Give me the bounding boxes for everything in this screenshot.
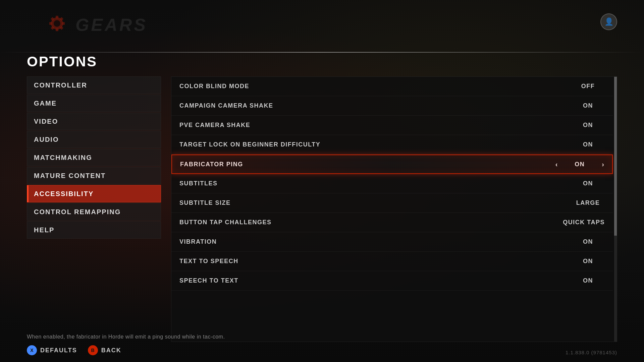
nav-item-label-help: HELP xyxy=(34,226,54,234)
setting-row-pve-camera-shake[interactable]: PVE CAMERA SHAKEON xyxy=(171,116,613,135)
nav-item-game[interactable]: GAME xyxy=(27,95,161,112)
chevron-left-fabricator-ping[interactable]: ‹ xyxy=(555,161,558,168)
setting-row-vibration[interactable]: VIBRATIONON xyxy=(171,232,613,252)
scrollbar-thumb[interactable] xyxy=(614,77,617,236)
back-button[interactable]: B BACK xyxy=(88,345,121,355)
setting-name-subtitle-size: SUBTITLE SIZE xyxy=(179,199,571,206)
svg-rect-4 xyxy=(62,22,65,25)
setting-name-button-tap-challenges: BUTTON TAP CHALLENGES xyxy=(179,219,563,226)
setting-value-speech-to-text: ON xyxy=(571,277,605,284)
nav-item-label-game: GAME xyxy=(34,100,57,107)
nav-item-accessibility[interactable]: ACCESSIBILITY xyxy=(27,185,161,202)
setting-value-area-subtitle-size: LARGE xyxy=(571,199,605,206)
setting-name-pve-camera-shake: PVE CAMERA SHAKE xyxy=(179,122,571,129)
setting-value-color-blind-mode: OFF xyxy=(571,83,605,90)
svg-point-1 xyxy=(54,20,60,27)
setting-name-text-to-speech: TEXT TO SPEECH xyxy=(179,258,571,265)
setting-value-area-text-to-speech: ON xyxy=(571,258,605,265)
setting-value-button-tap-challenges: QUICK TAPS xyxy=(563,219,605,226)
svg-rect-2 xyxy=(56,16,58,18)
svg-rect-6 xyxy=(56,28,58,31)
nav-item-label-control-remapping: CONTROL REMAPPING xyxy=(34,208,121,216)
setting-name-fabricator-ping: FABRICATOR PING xyxy=(180,161,555,168)
setting-value-area-vibration: ON xyxy=(571,238,605,245)
setting-value-subtitle-size: LARGE xyxy=(571,199,605,206)
setting-value-area-speech-to-text: ON xyxy=(571,277,605,284)
setting-value-subtitles: ON xyxy=(571,180,605,187)
profile-icon: 👤 xyxy=(600,13,617,30)
nav-item-video[interactable]: VIDEO xyxy=(27,113,161,130)
setting-name-vibration: VIBRATION xyxy=(179,238,571,245)
svg-rect-8 xyxy=(49,22,52,25)
setting-name-speech-to-text: SPEECH TO TEXT xyxy=(179,277,571,284)
logo-area: GEARS xyxy=(13,7,181,50)
setting-row-button-tap-challenges[interactable]: BUTTON TAP CHALLENGESQUICK TAPS xyxy=(171,213,613,232)
setting-value-area-pve-camera-shake: ON xyxy=(571,122,605,129)
setting-row-text-to-speech[interactable]: TEXT TO SPEECHON xyxy=(171,252,613,271)
nav-item-control-remapping[interactable]: CONTROL REMAPPING xyxy=(27,203,161,221)
setting-row-target-lock[interactable]: TARGET LOCK ON BEGINNER DIFFICULTYON xyxy=(171,135,613,155)
top-divider xyxy=(0,52,644,53)
setting-value-area-fabricator-ping: ‹ON› xyxy=(555,161,604,168)
setting-row-subtitles[interactable]: SUBTITLESON xyxy=(171,174,613,193)
top-right-area: 👤 xyxy=(600,13,617,30)
setting-row-color-blind-mode[interactable]: COLOR BLIND MODEOFF xyxy=(171,77,613,96)
defaults-label: DEFAULTS xyxy=(40,347,77,354)
setting-name-subtitles: SUBTITLES xyxy=(179,180,571,187)
bottom-area: When enabled, the fabricator in Horde wi… xyxy=(27,327,617,362)
version-text: 1.1.838.0 (9781453) xyxy=(566,350,617,355)
chevron-right-fabricator-ping[interactable]: › xyxy=(602,161,604,168)
x-button-icon: X xyxy=(27,345,37,355)
gears-logo-icon xyxy=(47,12,74,39)
setting-value-fabricator-ping: ON xyxy=(563,161,596,168)
button-hints: X DEFAULTS B BACK xyxy=(27,345,617,355)
nav-item-mature-content[interactable]: MATURE CONTENT xyxy=(27,167,161,184)
setting-row-speech-to-text[interactable]: SPEECH TO TEXTON xyxy=(171,271,613,291)
nav-item-label-accessibility: ACCESSIBILITY xyxy=(34,190,94,198)
nav-item-label-controller: CONTROLLER xyxy=(34,81,87,89)
nav-item-label-matchmaking: MATCHMAKING xyxy=(34,154,92,162)
setting-value-area-subtitles: ON xyxy=(571,180,605,187)
nav-item-help[interactable]: HELP xyxy=(27,221,161,239)
setting-name-target-lock: TARGET LOCK ON BEGINNER DIFFICULTY xyxy=(179,141,571,148)
settings-panel: COLOR BLIND MODEOFFCAMPAIGN CAMERA SHAKE… xyxy=(171,76,617,342)
b-button-icon: B xyxy=(88,345,98,355)
nav-item-controller[interactable]: CONTROLLER xyxy=(27,76,161,94)
setting-value-area-campaign-camera-shake: ON xyxy=(571,102,605,109)
setting-value-area-color-blind-mode: OFF xyxy=(571,83,605,90)
page-title: OPTIONS xyxy=(27,54,617,70)
main-content: OPTIONS CONTROLLERGAMEVIDEOAUDIOMATCHMAK… xyxy=(27,54,617,342)
defaults-button[interactable]: X DEFAULTS xyxy=(27,345,77,355)
nav-item-label-mature-content: MATURE CONTENT xyxy=(34,172,106,180)
nav-item-label-audio: AUDIO xyxy=(34,136,59,143)
setting-value-campaign-camera-shake: ON xyxy=(571,102,605,109)
nav-item-label-video: VIDEO xyxy=(34,118,58,125)
hint-text: When enabled, the fabricator in Horde wi… xyxy=(27,334,617,340)
setting-value-vibration: ON xyxy=(571,238,605,245)
nav-panel: CONTROLLERGAMEVIDEOAUDIOMATCHMAKINGMATUR… xyxy=(27,76,161,342)
setting-row-campaign-camera-shake[interactable]: CAMPAIGN CAMERA SHAKEON xyxy=(171,96,613,116)
setting-value-pve-camera-shake: ON xyxy=(571,122,605,129)
setting-value-area-target-lock: ON xyxy=(571,141,605,148)
settings-list: COLOR BLIND MODEOFFCAMPAIGN CAMERA SHAKE… xyxy=(171,77,617,291)
setting-name-color-blind-mode: COLOR BLIND MODE xyxy=(179,83,571,90)
scrollbar[interactable] xyxy=(614,77,617,342)
back-label: BACK xyxy=(101,347,121,354)
setting-row-fabricator-ping[interactable]: FABRICATOR PING‹ON› xyxy=(171,155,613,174)
setting-row-subtitle-size[interactable]: SUBTITLE SIZELARGE xyxy=(171,193,613,213)
setting-value-target-lock: ON xyxy=(571,141,605,148)
nav-item-matchmaking[interactable]: MATCHMAKING xyxy=(27,149,161,166)
panels: CONTROLLERGAMEVIDEOAUDIOMATCHMAKINGMATUR… xyxy=(27,76,617,342)
nav-item-audio[interactable]: AUDIO xyxy=(27,131,161,148)
setting-value-area-button-tap-challenges: QUICK TAPS xyxy=(563,219,605,226)
logo-text: GEARS xyxy=(47,12,148,36)
setting-value-text-to-speech: ON xyxy=(571,258,605,265)
setting-name-campaign-camera-shake: CAMPAIGN CAMERA SHAKE xyxy=(179,102,571,109)
